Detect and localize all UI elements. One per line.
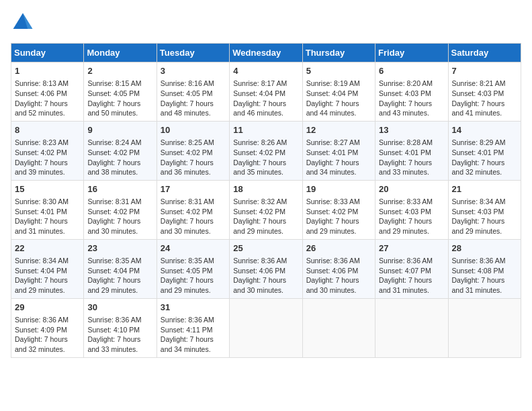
logo xyxy=(11,11,39,35)
day-cell-10: 10Sunrise: 8:25 AMSunset: 4:02 PMDayligh… xyxy=(157,121,229,180)
day-info: Sunrise: 8:36 AMSunset: 4:06 PMDaylight:… xyxy=(306,256,371,295)
daylight-line2: and 41 minutes. xyxy=(452,109,502,117)
day-info: Sunrise: 8:36 AMSunset: 4:07 PMDaylight:… xyxy=(379,256,444,295)
day-cell-29: 29Sunrise: 8:36 AMSunset: 4:09 PMDayligh… xyxy=(11,298,84,357)
daylight-line2: and 30 minutes. xyxy=(233,286,283,294)
daylight-line2: and 29 minutes. xyxy=(452,227,502,235)
day-cell-23: 23Sunrise: 8:35 AMSunset: 4:04 PMDayligh… xyxy=(84,239,157,298)
sunset: Sunset: 4:06 PM xyxy=(233,267,285,275)
day-info: Sunrise: 8:29 AMSunset: 4:01 PMDaylight:… xyxy=(452,138,517,177)
daylight-line2: and 39 minutes. xyxy=(15,168,65,176)
day-number: 16 xyxy=(87,183,152,195)
daylight-line2: and 44 minutes. xyxy=(306,109,357,117)
day-number: 25 xyxy=(233,242,298,255)
sunset: Sunset: 4:02 PM xyxy=(233,148,285,156)
day-number: 8 xyxy=(15,124,80,136)
sunrise: Sunrise: 8:31 AM xyxy=(161,197,214,205)
sunset: Sunset: 4:03 PM xyxy=(452,89,504,97)
daylight-line2: and 31 minutes. xyxy=(452,286,502,294)
daylight-line1: Daylight: 7 hours xyxy=(87,276,140,284)
day-info: Sunrise: 8:36 AMSunset: 4:10 PMDaylight:… xyxy=(87,315,152,355)
day-cell-1: 1Sunrise: 8:13 AMSunset: 4:06 PMDaylight… xyxy=(11,62,84,122)
sunrise: Sunrise: 8:26 AM xyxy=(233,138,287,146)
sunrise: Sunrise: 8:36 AM xyxy=(379,257,433,265)
sunset: Sunset: 4:04 PM xyxy=(15,267,67,275)
day-number: 26 xyxy=(306,242,371,255)
daylight-line1: Daylight: 7 hours xyxy=(379,276,432,284)
day-number: 27 xyxy=(379,242,444,255)
sunrise: Sunrise: 8:17 AM xyxy=(233,79,287,87)
calendar-week-3: 15Sunrise: 8:30 AMSunset: 4:01 PMDayligh… xyxy=(11,180,521,239)
day-cell-18: 18Sunrise: 8:32 AMSunset: 4:02 PMDayligh… xyxy=(230,180,302,239)
daylight-line2: and 34 minutes. xyxy=(161,345,211,353)
day-cell-25: 25Sunrise: 8:36 AMSunset: 4:06 PMDayligh… xyxy=(230,239,302,298)
daylight-line2: and 30 minutes. xyxy=(161,227,211,235)
daylight-line2: and 38 minutes. xyxy=(87,168,138,176)
sunrise: Sunrise: 8:36 AM xyxy=(306,257,360,265)
daylight-line2: and 30 minutes. xyxy=(306,286,357,294)
daylight-line1: Daylight: 7 hours xyxy=(233,158,286,167)
daylight-line2: and 29 minutes. xyxy=(87,286,138,294)
daylight-line2: and 31 minutes. xyxy=(379,286,429,294)
day-info: Sunrise: 8:23 AMSunset: 4:02 PMDaylight:… xyxy=(15,138,80,177)
day-number: 23 xyxy=(87,242,152,255)
sunset: Sunset: 4:01 PM xyxy=(452,148,504,156)
daylight-line2: and 29 minutes. xyxy=(306,227,357,235)
sunrise: Sunrise: 8:33 AM xyxy=(306,197,360,205)
daylight-line2: and 52 minutes. xyxy=(15,109,65,117)
sunrise: Sunrise: 8:25 AM xyxy=(161,138,214,146)
sunset: Sunset: 4:08 PM xyxy=(452,267,504,275)
weekday-sunday: Sunday xyxy=(11,44,84,62)
sunrise: Sunrise: 8:31 AM xyxy=(87,197,141,205)
day-number: 13 xyxy=(379,124,444,136)
sunset: Sunset: 4:04 PM xyxy=(87,267,140,275)
day-cell-30: 30Sunrise: 8:36 AMSunset: 4:10 PMDayligh… xyxy=(84,298,157,357)
sunset: Sunset: 4:02 PM xyxy=(15,148,67,156)
day-cell-5: 5Sunrise: 8:19 AMSunset: 4:04 PMDaylight… xyxy=(302,62,375,122)
sunset: Sunset: 4:04 PM xyxy=(233,89,285,97)
day-info: Sunrise: 8:34 AMSunset: 4:04 PMDaylight:… xyxy=(15,256,80,295)
calendar-week-4: 22Sunrise: 8:34 AMSunset: 4:04 PMDayligh… xyxy=(11,239,521,298)
day-cell-31: 31Sunrise: 8:36 AMSunset: 4:11 PMDayligh… xyxy=(157,298,229,357)
calendar-week-2: 8Sunrise: 8:23 AMSunset: 4:02 PMDaylight… xyxy=(11,121,521,180)
daylight-line2: and 48 minutes. xyxy=(161,109,211,117)
calendar-header: SundayMondayTuesdayWednesdayThursdayFrid… xyxy=(11,44,521,62)
sunrise: Sunrise: 8:34 AM xyxy=(15,257,69,265)
page-header xyxy=(11,11,521,35)
weekday-tuesday: Tuesday xyxy=(157,44,229,62)
day-number: 21 xyxy=(452,183,517,195)
day-cell-4: 4Sunrise: 8:17 AMSunset: 4:04 PMDaylight… xyxy=(230,62,302,122)
day-info: Sunrise: 8:15 AMSunset: 4:05 PMDaylight:… xyxy=(87,79,152,118)
sunrise: Sunrise: 8:33 AM xyxy=(379,197,433,205)
sunrise: Sunrise: 8:35 AM xyxy=(161,257,214,265)
day-info: Sunrise: 8:30 AMSunset: 4:01 PMDaylight:… xyxy=(15,197,80,236)
calendar-table: SundayMondayTuesdayWednesdayThursdayFrid… xyxy=(11,43,521,358)
weekday-wednesday: Wednesday xyxy=(230,44,302,62)
day-info: Sunrise: 8:21 AMSunset: 4:03 PMDaylight:… xyxy=(452,79,517,118)
day-number: 18 xyxy=(233,183,298,195)
daylight-line2: and 32 minutes. xyxy=(452,168,502,176)
sunrise: Sunrise: 8:36 AM xyxy=(452,257,506,265)
daylight-line1: Daylight: 7 hours xyxy=(306,99,359,107)
day-cell-2: 2Sunrise: 8:15 AMSunset: 4:05 PMDaylight… xyxy=(84,62,157,122)
sunrise: Sunrise: 8:36 AM xyxy=(87,316,141,324)
daylight-line1: Daylight: 7 hours xyxy=(161,99,214,107)
day-number: 28 xyxy=(452,242,517,255)
daylight-line1: Daylight: 7 hours xyxy=(87,99,140,107)
day-cell-21: 21Sunrise: 8:34 AMSunset: 4:03 PMDayligh… xyxy=(448,180,521,239)
day-number: 12 xyxy=(306,124,371,136)
sunset: Sunset: 4:03 PM xyxy=(452,208,504,216)
day-number: 15 xyxy=(15,183,80,195)
day-number: 3 xyxy=(161,65,226,77)
day-info: Sunrise: 8:20 AMSunset: 4:03 PMDaylight:… xyxy=(379,79,444,118)
sunset: Sunset: 4:05 PM xyxy=(161,89,213,97)
day-cell-24: 24Sunrise: 8:35 AMSunset: 4:05 PMDayligh… xyxy=(157,239,229,298)
day-cell-11: 11Sunrise: 8:26 AMSunset: 4:02 PMDayligh… xyxy=(230,121,302,180)
calendar-body: 1Sunrise: 8:13 AMSunset: 4:06 PMDaylight… xyxy=(11,62,521,358)
sunset: Sunset: 4:07 PM xyxy=(379,267,431,275)
day-number: 7 xyxy=(452,65,517,77)
day-info: Sunrise: 8:36 AMSunset: 4:08 PMDaylight:… xyxy=(452,256,517,295)
day-number: 1 xyxy=(15,65,80,77)
daylight-line1: Daylight: 7 hours xyxy=(15,276,68,284)
sunrise: Sunrise: 8:32 AM xyxy=(233,197,287,205)
